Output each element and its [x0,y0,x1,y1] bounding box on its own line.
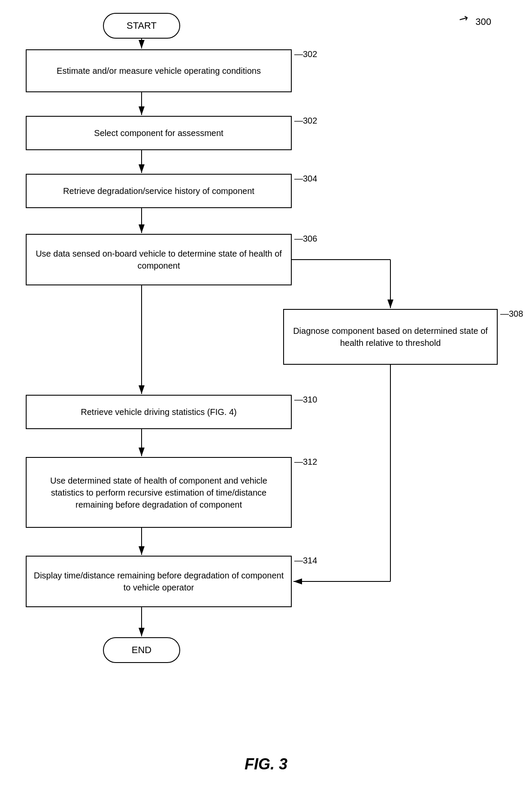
box-estimate-conditions: Estimate and/or measure vehicle operatin… [26,49,292,92]
ref-302a: —302 [294,49,317,59]
ref-308: —308 [500,309,523,319]
box-use-data-sensed: Use data sensed on-board vehicle to dete… [26,234,292,285]
ref-300-arrow-icon: ↗ [456,11,472,27]
box-retrieve-history: Retrieve degradation/service history of … [26,174,292,208]
box-select-component: Select component for assessment [26,116,292,150]
ref-310: —310 [294,395,317,405]
box-recursive-estimation: Use determined state of health of compon… [26,457,292,528]
ref-304: —304 [294,174,317,184]
end-oval: END [103,637,180,663]
figure-label: FIG. 3 [245,755,287,773]
diagram-container: START 300 ↗ Estimate and/or measure vehi… [0,0,532,799]
box-display-time-distance: Display time/distance remaining before d… [26,556,292,607]
ref-302b: —302 [294,116,317,126]
end-label: END [132,645,151,656]
ref-312: —312 [294,457,317,467]
ref-306: —306 [294,234,317,244]
ref-314: —314 [294,556,317,566]
ref-300-label: 300 [475,16,491,27]
box-retrieve-driving-stats: Retrieve vehicle driving statistics (FIG… [26,395,292,429]
start-oval: START [103,13,180,39]
box-diagnose-component: Diagnose component based on determined s… [283,309,498,365]
start-label: START [127,20,157,31]
